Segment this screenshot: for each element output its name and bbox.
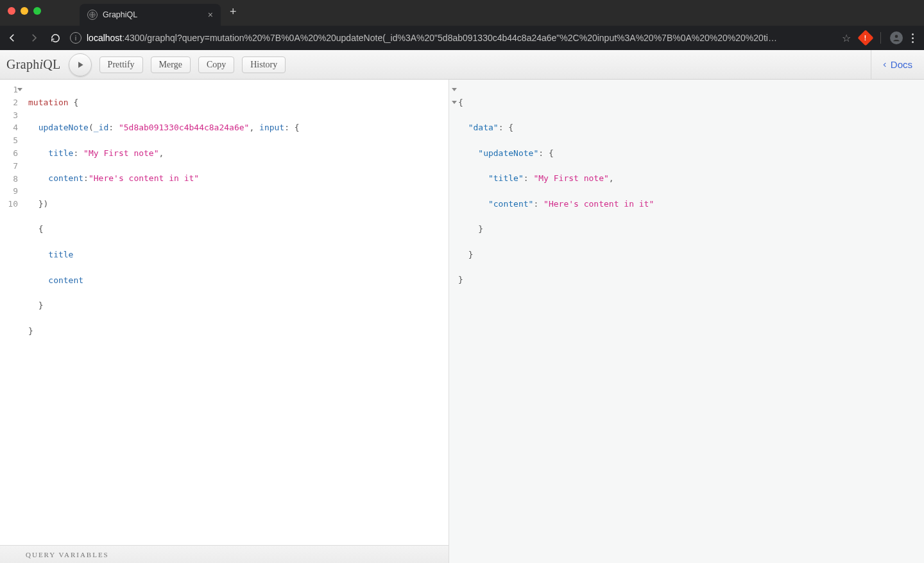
chevron-left-icon (882, 60, 888, 69)
fold-arrow-icon[interactable] (452, 88, 457, 91)
result-fold-gutter (451, 83, 458, 185)
query-variables-label: Query Variables (26, 551, 109, 559)
fold-gutter (17, 83, 23, 211)
tab-close-icon[interactable]: × (208, 10, 213, 20)
tab-title: GraphiQL (103, 10, 137, 19)
result-viewer[interactable]: { "data": { "updateNote": { "title": "My… (449, 80, 924, 316)
copy-button[interactable]: Copy (198, 56, 234, 73)
graphiql-app: GraphiQL Prettify Merge Copy History Doc… (0, 50, 924, 563)
window-controls (8, 7, 41, 15)
back-button[interactable] (6, 32, 18, 44)
docs-label: Docs (891, 59, 912, 70)
graphiql-logo: GraphiQL (6, 57, 61, 72)
bookmark-star-icon[interactable]: ☆ (842, 32, 851, 44)
browser-menu-icon[interactable] (912, 33, 914, 43)
fold-arrow-icon[interactable] (452, 101, 457, 104)
profile-avatar-icon[interactable] (890, 31, 903, 44)
fold-arrow-icon[interactable] (17, 88, 22, 91)
svg-point-1 (895, 35, 898, 38)
forward-button[interactable] (28, 32, 40, 44)
prettify-button[interactable]: Prettify (99, 56, 143, 73)
toolbar-divider (880, 32, 881, 44)
window-minimize-button[interactable] (21, 7, 28, 15)
query-code[interactable]: mutation { updateNote(_id: "5d8ab091330c… (23, 80, 305, 545)
graphiql-toolbar: GraphiQL Prettify Merge Copy History Doc… (0, 50, 924, 80)
reload-button[interactable] (50, 33, 61, 44)
site-info-icon[interactable]: i (70, 32, 81, 44)
history-button[interactable]: History (242, 56, 286, 73)
execute-button[interactable] (69, 53, 92, 76)
browser-address-bar: i localhost:4300/graphql?query=mutation%… (0, 26, 924, 50)
query-editor[interactable]: 1 2 3 4 5 6 7 8 9 10 mutation { updateNo… (0, 80, 449, 545)
browser-tab-active[interactable]: GraphiQL × (80, 4, 221, 26)
url-text: localhost:4300/graphql?query=mutation%20… (87, 33, 777, 43)
new-tab-button[interactable]: + (221, 5, 246, 19)
result-pane: { "data": { "updateNote": { "title": "My… (449, 80, 924, 563)
window-close-button[interactable] (8, 7, 15, 15)
extension-badge-icon[interactable]: ! (857, 30, 873, 46)
url-input[interactable]: i localhost:4300/graphql?query=mutation%… (70, 32, 833, 44)
docs-toggle[interactable]: Docs (871, 50, 918, 79)
play-icon (76, 60, 85, 69)
query-editor-pane: 1 2 3 4 5 6 7 8 9 10 mutation { updateNo… (0, 80, 449, 563)
browser-tab-strip: GraphiQL × + (0, 0, 924, 26)
globe-icon (87, 10, 98, 20)
query-variables-bar[interactable]: Query Variables (0, 545, 449, 563)
merge-button[interactable]: Merge (151, 56, 191, 73)
window-fullscreen-button[interactable] (33, 7, 41, 15)
